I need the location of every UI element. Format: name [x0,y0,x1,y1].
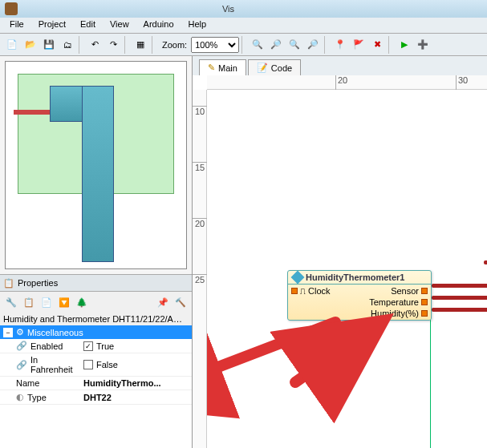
category-label: Miscellaneous [27,328,83,337]
undo-icon[interactable]: ↶ [86,36,103,54]
port-clock[interactable]: ⎍Clock [291,286,331,296]
node-humidity-thermometer[interactable]: HumidityThermometer1 ⎍Clock Sensor Tempe… [287,270,432,321]
pencil-icon: ✎ [208,63,215,73]
port-temperature[interactable]: Temperature [369,297,428,307]
prop-tool-icon[interactable]: 🔧 [3,294,19,310]
type-icon: ◐ [16,392,24,402]
left-pane: 📋 Properties 🔧 📋 📄 🔽 🌲 📌 🔨 Humidity and … [0,56,193,448]
node-title: HumidityThermometer1 [288,271,431,285]
prop-tree-icon[interactable]: 🌲 [74,294,90,310]
property-row-type[interactable]: ◐Type DHT22 [0,390,192,405]
zoom-in-icon[interactable]: 🔍 [249,36,266,54]
titlebar: Vis [0,0,487,18]
prop-sort-icon[interactable]: 🔽 [56,294,72,310]
properties-toolbar: 🔧 📋 📄 🔽 🌲 📌 🔨 [0,292,192,313]
grid-icon[interactable]: ▦ [132,36,149,54]
preview-thumbnail[interactable] [5,61,187,269]
prop-wrench-icon[interactable]: 🔨 [172,294,189,310]
menu-project[interactable]: Project [32,18,72,33]
clock-icon: ⎍ [300,286,306,296]
zoom-out-icon[interactable]: 🔎 [267,36,285,54]
properties-path: Humidity and Thermometer DHT11/21/22/AM2… [0,313,192,325]
menu-file[interactable]: File [3,18,30,33]
save-all-icon[interactable]: 🗂 [59,36,76,54]
play-icon[interactable]: ▶ [396,36,413,54]
properties-icon: 📋 [3,278,14,289]
window-title: Vis [22,4,482,14]
prop-copy-icon[interactable]: 📋 [21,294,37,310]
ruler-vertical: 10 15 20 25 [193,90,207,448]
toolbar: 📄 📂 💾 🗂 ↶ ↷ ▦ Zoom: 100% 🔍 🔎 🔍 🔎 📍 🚩 ✖ ▶… [0,34,487,56]
property-row-enabled[interactable]: 🔗Enabled ✓True [0,339,192,353]
ruler-horizontal: 20 30 [207,75,487,90]
property-row-name[interactable]: Name HumidityThermo... [0,377,192,390]
gear-icon: ⚙ [16,327,24,337]
link-icon: 🔗 [16,341,27,351]
open-icon[interactable]: 📂 [22,36,39,54]
add-icon[interactable]: ➕ [414,36,432,54]
property-row-fahrenheit[interactable]: 🔗In Fahrenheit False [0,353,192,377]
code-icon: 📝 [257,63,268,73]
flag-icon[interactable]: 🚩 [350,36,367,54]
prop-pin-icon[interactable]: 📌 [155,294,171,310]
collapse-icon[interactable]: − [3,328,13,337]
port-sensor[interactable]: Sensor [369,286,428,296]
menu-arduino[interactable]: Arduino [137,18,181,33]
properties-grid: − ⚙ Miscellaneous 🔗Enabled ✓True 🔗In Fah… [0,325,192,448]
menu-edit[interactable]: Edit [74,18,102,33]
save-icon[interactable]: 💾 [40,36,58,54]
tab-code[interactable]: 📝Code [248,59,301,75]
menu-help[interactable]: Help [182,18,213,33]
menu-view[interactable]: View [103,18,136,33]
design-canvas[interactable]: HumidityThermometer1 ⎍Clock Sensor Tempe… [207,90,487,448]
checkbox-checked-icon[interactable]: ✓ [83,341,93,351]
marker-icon[interactable]: 📍 [331,36,349,54]
redo-icon[interactable]: ↷ [104,36,122,54]
menu-bar: File Project Edit View Arduino Help [0,18,487,34]
properties-header: 📋 Properties [0,274,192,292]
zoom-select[interactable]: 100% [191,37,239,53]
properties-title: Properties [18,278,58,288]
port-humidity[interactable]: Humidity(%) [369,309,428,318]
canvas-area: ✎Main 📝Code 20 30 10 15 20 25 [193,56,487,448]
delete-icon[interactable]: ✖ [368,36,386,54]
new-file-icon[interactable]: 📄 [3,36,21,54]
link-icon: 🔗 [16,360,27,370]
tabs: ✎Main 📝Code [193,56,487,75]
tab-main[interactable]: ✎Main [199,59,246,75]
annotation-arrow [287,318,400,392]
zoom-page-icon[interactable]: 🔎 [304,36,322,54]
checkbox-unchecked-icon[interactable] [83,360,93,369]
node-icon [291,271,305,285]
zoom-label: Zoom: [162,40,187,50]
zoom-fit-icon[interactable]: 🔍 [286,36,303,54]
app-icon [5,2,18,15]
prop-paste-icon[interactable]: 📄 [39,294,55,310]
property-category[interactable]: − ⚙ Miscellaneous [0,325,192,339]
